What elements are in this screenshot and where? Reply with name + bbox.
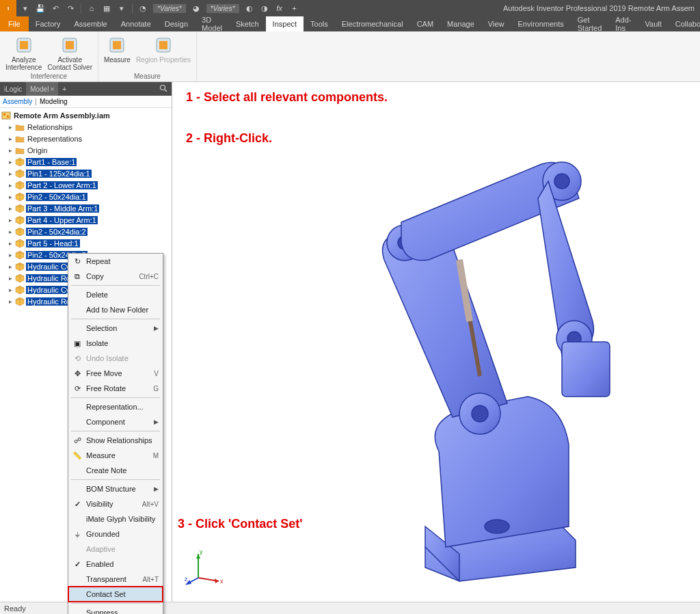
tab-factory[interactable]: Factory	[29, 16, 68, 31]
subtab-modeling[interactable]: Modeling	[40, 98, 68, 105]
3d-viewport[interactable]: 1 - Select all relevant components. 2 - …	[172, 82, 700, 602]
part-icon	[15, 273, 25, 283]
appearance-dropdown[interactable]: *Varies*	[206, 4, 239, 13]
menu-representation[interactable]: Representation...	[68, 399, 163, 414]
tree-part[interactable]: ▸Part 3 - Middle Arm:1	[1, 202, 170, 214]
menu-component[interactable]: Component▶	[68, 414, 163, 429]
tab-design[interactable]: Design	[158, 16, 195, 31]
expand-icon[interactable]: ▸	[8, 240, 14, 247]
file-tab[interactable]: File	[0, 16, 29, 31]
tree-folder[interactable]: ▸Origin	[1, 144, 170, 156]
qat-home-icon[interactable]: ⌂	[87, 3, 96, 13]
expand-icon[interactable]: ▸	[8, 217, 14, 224]
expand-icon[interactable]: ▸	[8, 182, 14, 189]
menu-repeat[interactable]: ↻Repeat	[68, 254, 163, 269]
menu-imate-glyph-visibility[interactable]: iMate Glyph Visibility	[68, 511, 163, 526]
tab-electromechanical[interactable]: Electromechanical	[335, 16, 410, 31]
qat-misc1-icon[interactable]: ◐	[245, 3, 254, 13]
tab-get-started[interactable]: Get Started	[571, 16, 608, 31]
material-dropdown[interactable]: *Varies*	[153, 4, 186, 13]
menu-measure[interactable]: 📏MeasureM	[68, 448, 163, 463]
qat-misc2-icon[interactable]: ◑	[260, 3, 269, 13]
tree-part[interactable]: ▸Pin1 - 125x24dia:1	[1, 168, 170, 179]
menu-visibility[interactable]: ✓VisibilityAlt+V	[68, 496, 163, 511]
tree-root[interactable]: Remote Arm Assembly.iam	[1, 109, 170, 121]
tree-folder[interactable]: ▸Representations	[1, 133, 170, 144]
tree-part-label: Part 4 - Upper Arm:1	[26, 216, 98, 224]
expand-icon[interactable]: ▸	[8, 205, 14, 212]
tree-part[interactable]: ▸Part 5 - Head:1	[1, 237, 170, 249]
tree-part[interactable]: ▸Pin2 - 50x24dia:2	[1, 226, 170, 237]
tab-annotate[interactable]: Annotate	[114, 16, 158, 31]
tab-add-icon[interactable]: +	[58, 85, 70, 93]
tree-root-label: Remote Arm Assembly.iam	[12, 111, 111, 120]
tree-folder[interactable]: ▸Relationships	[1, 121, 170, 133]
robot-arm-model	[268, 103, 651, 581]
menu-show-relationships[interactable]: ☍Show Relationships	[68, 433, 163, 448]
expand-icon[interactable]: ▸	[8, 135, 14, 142]
tab-model[interactable]: Model ×	[26, 82, 58, 96]
tab-3d-model[interactable]: 3D Model	[195, 16, 229, 31]
menu-selection[interactable]: Selection▶	[68, 321, 163, 336]
activate-contact-solver-button[interactable]: ActivateContact Solver	[47, 33, 92, 72]
menu-transparent[interactable]: TransparentAlt+T	[68, 572, 163, 587]
tree-part[interactable]: ▸Pin2 - 50x24dia:1	[1, 191, 170, 202]
expand-icon[interactable]: ▸	[8, 252, 14, 258]
menu-suppress[interactable]: Suppress	[68, 605, 163, 614]
analyze-interference-button[interactable]: AnalyzeInterference	[5, 33, 42, 72]
expand-icon[interactable]: ▸	[8, 193, 14, 200]
tab-environments[interactable]: Environments	[511, 16, 571, 31]
tree-part[interactable]: ▸Part 2 - Lower Arm:1	[1, 179, 170, 191]
menu-contact-set[interactable]: Contact Set	[68, 587, 163, 602]
tab-cam[interactable]: CAM	[410, 16, 440, 31]
expand-icon[interactable]: ▸	[8, 124, 14, 131]
expand-icon[interactable]: ▸	[8, 263, 14, 270]
subtab-assembly[interactable]: Assembly	[3, 98, 32, 105]
expand-icon[interactable]: ▸	[8, 147, 14, 154]
tab-add-ins[interactable]: Add-Ins	[608, 16, 638, 31]
measure-button[interactable]: Measure	[104, 33, 131, 72]
qat-undo-icon[interactable]: ↶	[51, 3, 60, 13]
menu-grounded[interactable]: ⏚Grounded	[68, 526, 163, 542]
menu-isolate[interactable]: ▣Isolate	[68, 336, 163, 351]
tree-part[interactable]: ▸Part 4 - Upper Arm:1	[1, 214, 170, 226]
tab-view[interactable]: View	[481, 16, 511, 31]
tab-collaborate[interactable]: Collaborate	[669, 16, 700, 31]
tab-manage[interactable]: Manage	[440, 16, 481, 31]
qat-open-icon[interactable]: ▾	[21, 3, 30, 13]
expand-icon[interactable]: ▸	[8, 298, 14, 305]
qat-appearance-icon[interactable]: ◔	[138, 3, 148, 13]
tab-inspect[interactable]: Inspect	[266, 16, 304, 31]
expand-icon[interactable]: ▸	[8, 159, 14, 165]
menu-free-rotate[interactable]: ⟳Free RotateG	[68, 381, 163, 396]
qat-appearance2-icon[interactable]: ◕	[191, 3, 201, 13]
tree-part-label: Pin2 - 50x24dia:2	[26, 228, 88, 236]
panel-search-icon[interactable]	[155, 84, 172, 94]
qat-redo-icon[interactable]: ↷	[66, 3, 75, 13]
expand-icon[interactable]: ▸	[8, 228, 14, 235]
menu-free-move[interactable]: ✥Free MoveV	[68, 366, 163, 381]
svg-point-8	[161, 85, 165, 90]
menu-copy[interactable]: ⧉CopyCtrl+C	[68, 269, 163, 284]
expand-icon[interactable]: ▸	[8, 170, 14, 177]
tab-close-icon[interactable]: ×	[50, 85, 54, 93]
qat-save-icon[interactable]: 💾	[36, 3, 45, 13]
expand-icon[interactable]: ▸	[8, 275, 14, 282]
qat-plus-icon[interactable]: +	[290, 3, 299, 13]
qat-pattern-icon[interactable]: ▦	[102, 3, 111, 13]
view-triad[interactable]: x y z	[185, 547, 226, 588]
tab-tools[interactable]: Tools	[304, 16, 335, 31]
tab-ilogic[interactable]: iLogic	[0, 82, 26, 96]
tree-part[interactable]: ▸Part1 - Base:1	[1, 156, 170, 168]
menu-enabled[interactable]: ✓Enabled	[68, 557, 163, 572]
tab-assemble[interactable]: Assemble	[67, 16, 113, 31]
tab-sketch[interactable]: Sketch	[229, 16, 266, 31]
menu-bom-structure[interactable]: BOM Structure▶	[68, 481, 163, 496]
tab-vault[interactable]: Vault	[638, 16, 669, 31]
menu-delete[interactable]: Delete	[68, 287, 163, 302]
expand-icon[interactable]: ▸	[8, 286, 14, 293]
menu-create-note[interactable]: Create Note	[68, 463, 163, 478]
qat-fx-icon[interactable]: fx	[275, 3, 284, 13]
menu-add-to-new-folder[interactable]: Add to New Folder	[68, 302, 163, 317]
qat-material-icon[interactable]: ▾	[117, 3, 126, 13]
